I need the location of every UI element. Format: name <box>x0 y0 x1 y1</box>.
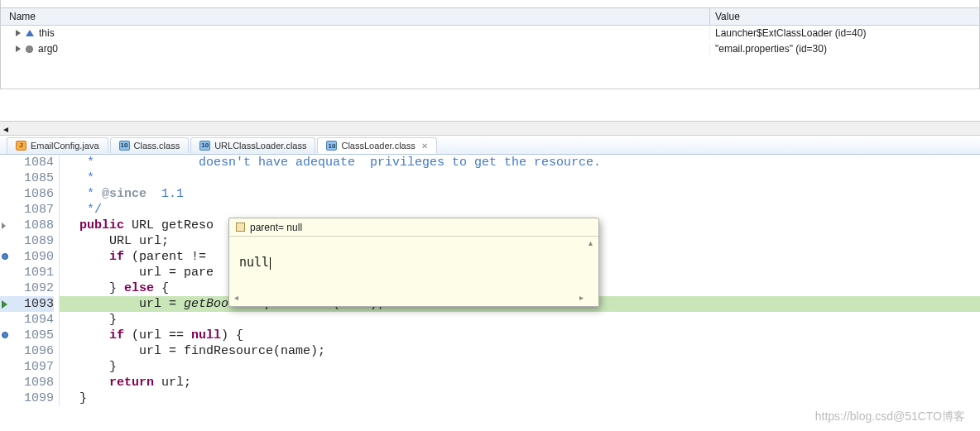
line-number[interactable]: 1093 <box>0 296 54 312</box>
field-icon <box>236 223 245 232</box>
line-number[interactable]: 1086 <box>0 186 54 202</box>
close-tab-icon[interactable]: ✕ <box>421 141 428 151</box>
line-number[interactable]: 1092 <box>0 280 54 296</box>
class-file-icon: 10 <box>326 141 337 151</box>
editor-tab-emailconfig[interactable]: J EmailConfig.java <box>7 137 108 153</box>
code-line[interactable]: } <box>60 390 980 406</box>
line-number[interactable]: 1090 <box>0 249 54 265</box>
panel-tabs <box>1 0 979 8</box>
variables-header: Name Value <box>1 8 979 26</box>
editor-tab-classloader[interactable]: 10 ClassLoader.class ✕ <box>317 137 436 154</box>
execution-pointer-icon[interactable] <box>2 300 7 309</box>
code-line[interactable]: */ <box>60 202 980 218</box>
popup-body[interactable]: null <box>229 237 598 275</box>
variables-body: this Launcher$ExtClassLoader (id=40) arg… <box>1 26 979 89</box>
variable-row[interactable]: arg0 "email.properties" (id=30) <box>1 41 979 57</box>
breakpoint-icon[interactable] <box>2 253 8 260</box>
line-number[interactable]: 1089 <box>0 233 54 249</box>
debug-inspect-popup[interactable]: parent= null null ▴ ◂ ▸ <box>228 218 599 307</box>
scroll-up-icon[interactable]: ▴ <box>585 238 595 248</box>
horizontal-scrollbar[interactable]: ◂ <box>0 121 980 136</box>
line-number-gutter: 1084108510861087108810891090109110921093… <box>0 155 60 406</box>
empty-row <box>1 57 979 73</box>
expand-icon[interactable] <box>16 30 21 36</box>
line-number[interactable]: 1098 <box>0 375 54 390</box>
text-cursor <box>270 257 271 270</box>
line-number[interactable]: 1097 <box>0 359 54 375</box>
scroll-left-icon[interactable]: ◂ <box>3 123 13 133</box>
editor-tab-urlclassloader[interactable]: 10 URLClassLoader.class <box>190 137 315 153</box>
popup-hscroll[interactable]: ◂ ▸ <box>234 293 584 303</box>
breakpoint-icon[interactable] <box>2 332 8 338</box>
code-line[interactable]: * doesn't have adequate privileges to ge… <box>60 155 980 170</box>
code-line[interactable]: url = findResource(name); <box>60 343 980 359</box>
code-line[interactable]: * <box>60 170 980 186</box>
variables-panel: Name Value this Launcher$ExtClassLoader … <box>0 0 980 89</box>
code-line[interactable]: return url; <box>60 375 980 390</box>
editor-tab-bar: J EmailConfig.java 10 Class.class 10 URL… <box>0 136 980 155</box>
tab-label: Class.class <box>134 141 180 151</box>
scroll-left-icon[interactable]: ◂ <box>234 293 238 303</box>
line-number[interactable]: 1095 <box>0 328 54 343</box>
line-number[interactable]: 1099 <box>0 390 54 406</box>
tab-label: ClassLoader.class <box>341 141 415 151</box>
class-file-icon: 10 <box>199 141 210 151</box>
fold-icon[interactable] <box>2 223 6 229</box>
tab-label: EmailConfig.java <box>31 141 99 151</box>
column-header-value[interactable]: Value <box>709 8 979 25</box>
variable-name: this <box>39 27 55 39</box>
expand-icon[interactable] <box>16 45 21 52</box>
line-number[interactable]: 1088 <box>0 218 54 233</box>
java-file-icon: J <box>16 141 26 151</box>
line-number[interactable]: 1087 <box>0 202 54 218</box>
variable-value: "email.properties" (id=30) <box>709 43 979 55</box>
code-line[interactable]: } <box>60 312 980 328</box>
line-number[interactable]: 1085 <box>0 170 54 186</box>
watermark-text: https://blog.csd@51CTO博客 <box>815 409 965 424</box>
code-line[interactable]: } <box>60 359 980 375</box>
popup-vscroll[interactable]: ▴ <box>585 238 597 290</box>
this-icon <box>26 30 34 36</box>
line-number[interactable]: 1084 <box>0 155 54 170</box>
class-file-icon: 10 <box>119 141 130 151</box>
empty-row <box>1 73 979 89</box>
line-number[interactable]: 1096 <box>0 343 54 359</box>
code-line[interactable]: * @since 1.1 <box>60 186 980 202</box>
editor-tab-class[interactable]: 10 Class.class <box>110 137 190 153</box>
scroll-right-icon[interactable]: ▸ <box>579 293 584 303</box>
tab-label: URLClassLoader.class <box>214 141 306 151</box>
variable-name: arg0 <box>38 43 58 55</box>
variable-value: Launcher$ExtClassLoader (id=40) <box>709 27 979 39</box>
variable-row[interactable]: this Launcher$ExtClassLoader (id=40) <box>1 26 979 41</box>
popup-header: parent= null <box>229 218 598 237</box>
popup-value: null <box>239 255 269 270</box>
code-line[interactable]: if (url == null) { <box>60 328 980 343</box>
line-number[interactable]: 1091 <box>0 265 54 280</box>
column-header-name[interactable]: Name <box>1 8 709 25</box>
param-icon <box>26 45 33 53</box>
line-number[interactable]: 1094 <box>0 312 54 328</box>
popup-title: parent= null <box>250 222 302 233</box>
